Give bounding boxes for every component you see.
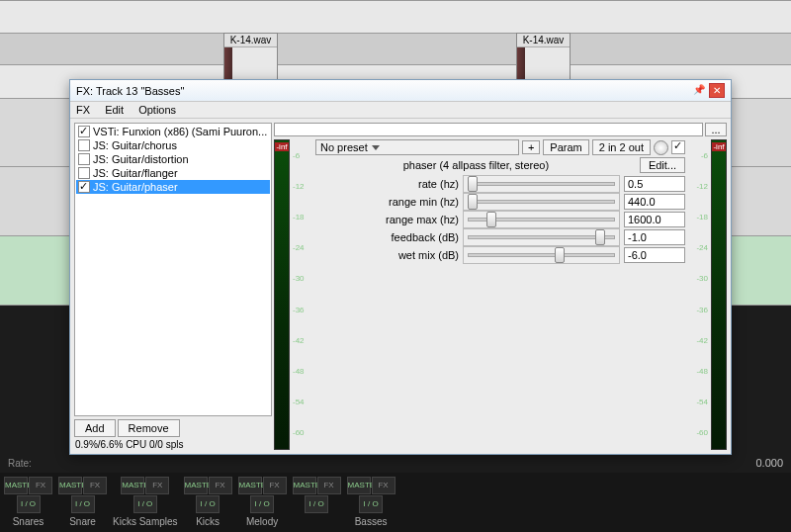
fx-button[interactable]: FX [317, 477, 341, 494]
save-preset-button[interactable]: + [522, 140, 540, 154]
fx-params-panel: No preset + Param 2 in 2 out phaser (4 a… [315, 139, 685, 450]
fx-button[interactable]: FX [263, 477, 287, 494]
param-label: wet mix (dB) [315, 249, 459, 261]
fx-list-item[interactable]: JS: Guitar/phaser [76, 180, 270, 194]
menu-options[interactable]: Options [138, 104, 176, 116]
add-button[interactable]: Add [74, 419, 116, 437]
pin-icon[interactable]: 📌 [691, 83, 707, 98]
fx-button[interactable]: FX [29, 477, 52, 494]
wet-knob[interactable] [654, 140, 668, 155]
input-meter[interactable]: -inf [274, 139, 290, 450]
param-value[interactable]: -1.0 [624, 229, 685, 245]
io-button[interactable]: I / O [250, 495, 274, 513]
param-slider[interactable] [463, 211, 620, 228]
mixer-track[interactable]: MASTERFX I / O Snare [58, 477, 107, 528]
output-meter[interactable]: -inf [711, 139, 727, 450]
param-row: range max (hz) 1600.0 [315, 211, 685, 228]
remove-button[interactable]: Remove [118, 419, 180, 437]
master-send-button[interactable]: MASTER [293, 477, 316, 494]
meter-tick: -24 [696, 243, 708, 252]
meter-tick: -30 [696, 274, 708, 283]
param-button[interactable]: Param [543, 139, 588, 155]
master-send-button[interactable]: MASTER [347, 477, 371, 494]
preset-combo[interactable]: No preset [315, 139, 519, 155]
close-icon[interactable]: ✕ [709, 83, 725, 98]
io-button[interactable]: I / O [71, 495, 95, 513]
master-send-button[interactable]: MASTER [58, 477, 82, 494]
fx-button[interactable]: FX [209, 477, 232, 494]
fx-item-label: JS: Guitar/chorus [93, 139, 177, 151]
meter-tick: -30 [293, 274, 305, 283]
io-button[interactable]: I / O [196, 495, 220, 513]
fx-button[interactable]: FX [83, 477, 107, 494]
master-send-button[interactable]: MASTER [121, 477, 144, 494]
fx-enable-checkbox[interactable] [78, 139, 90, 151]
fx-button[interactable]: FX [145, 477, 169, 494]
param-label: range max (hz) [315, 214, 459, 225]
mixer-track[interactable]: MASTERFX I / O [293, 477, 341, 528]
param-row: rate (hz) 0.5 [315, 175, 685, 193]
param-slider[interactable] [463, 228, 620, 246]
io-button[interactable]: I / O [359, 495, 383, 513]
fx-description: phaser (4 allpass filter, stereo) [315, 159, 637, 171]
fx-right-panel: ... -inf -6-12-18-24-30-36-42-48-54-60 N… [274, 123, 727, 450]
param-value[interactable]: 0.5 [624, 176, 685, 192]
master-send-button[interactable]: MASTER [4, 477, 28, 494]
input-meter-pair: -inf -6-12-18-24-30-36-42-48-54-60 [274, 139, 313, 450]
fx-list-item[interactable]: JS: Guitar/flanger [76, 166, 270, 180]
meter-tick: -60 [293, 428, 305, 437]
fx-enable-checkbox[interactable] [78, 167, 90, 179]
cpu-readout: 0.9%/6.6% CPU 0/0 spls [74, 437, 272, 450]
mixer-track[interactable]: MASTERFX I / O Melody [238, 477, 287, 528]
mixer-bar: MASTERFX I / O SnaresMASTERFX I / O Snar… [0, 473, 791, 532]
chevron-down-icon [372, 145, 380, 150]
meter-tick: -60 [696, 428, 708, 437]
meter-tick: -12 [696, 182, 708, 191]
fx-list-item[interactable]: JS: Guitar/distortion [76, 152, 270, 166]
param-value[interactable]: 1600.0 [624, 212, 685, 227]
window-titlebar[interactable]: FX: Track 13 "Basses" 📌 ✕ [70, 80, 731, 102]
more-button[interactable]: ... [705, 123, 727, 136]
mixer-track-label: Basses [355, 516, 388, 527]
audio-clip[interactable]: K-14.wav [223, 33, 278, 80]
fx-chain-list[interactable]: VSTi: Funxion (x86) (Sami Puuron...JS: G… [74, 123, 272, 416]
meter-tick: -48 [696, 366, 708, 375]
param-slider[interactable] [463, 175, 620, 193]
bypass-checkbox[interactable] [671, 140, 685, 154]
meter-tick: -42 [696, 335, 708, 344]
param-row: feedback (dB) -1.0 [315, 228, 685, 246]
audio-clip[interactable]: K-14.wav [516, 33, 571, 80]
menu-fx[interactable]: FX [76, 104, 90, 116]
routing-button[interactable]: 2 in 2 out [592, 139, 651, 155]
comment-field[interactable] [274, 123, 703, 136]
param-label: range min (hz) [315, 196, 459, 208]
param-slider[interactable] [463, 193, 620, 211]
mixer-track-label: Melody [246, 516, 278, 527]
menu-edit[interactable]: Edit [105, 104, 124, 116]
fx-enable-checkbox[interactable] [78, 126, 90, 137]
meter-tick: -12 [293, 182, 305, 191]
io-button[interactable]: I / O [133, 495, 157, 513]
fx-button[interactable]: FX [372, 477, 396, 494]
edit-button[interactable]: Edit... [640, 157, 685, 173]
mixer-track[interactable]: MASTERFX I / O Basses [347, 477, 396, 528]
time-readout: 0.000 [755, 457, 783, 469]
io-button[interactable]: I / O [17, 495, 41, 513]
fx-enable-checkbox[interactable] [78, 153, 90, 165]
param-value[interactable]: -6.0 [624, 247, 685, 263]
mixer-track[interactable]: MASTERFX I / O Kicks [184, 477, 232, 528]
meter-tick: -54 [293, 397, 305, 405]
mixer-track[interactable]: MASTERFX I / O Kicks Samples [113, 477, 178, 528]
param-slider[interactable] [463, 246, 620, 264]
menu-bar: FX Edit Options [70, 102, 731, 119]
param-value[interactable]: 440.0 [624, 194, 685, 210]
master-send-button[interactable]: MASTER [184, 477, 208, 494]
fx-list-item[interactable]: VSTi: Funxion (x86) (Sami Puuron... [76, 125, 270, 138]
io-button[interactable]: I / O [305, 495, 328, 513]
clip-label: K-14.wav [517, 34, 570, 47]
master-send-button[interactable]: MASTER [238, 477, 262, 494]
fx-list-item[interactable]: JS: Guitar/chorus [76, 138, 270, 152]
fx-enable-checkbox[interactable] [78, 181, 90, 193]
mixer-track[interactable]: MASTERFX I / O Snares [4, 477, 52, 528]
meter-infinity: -inf [275, 142, 289, 151]
